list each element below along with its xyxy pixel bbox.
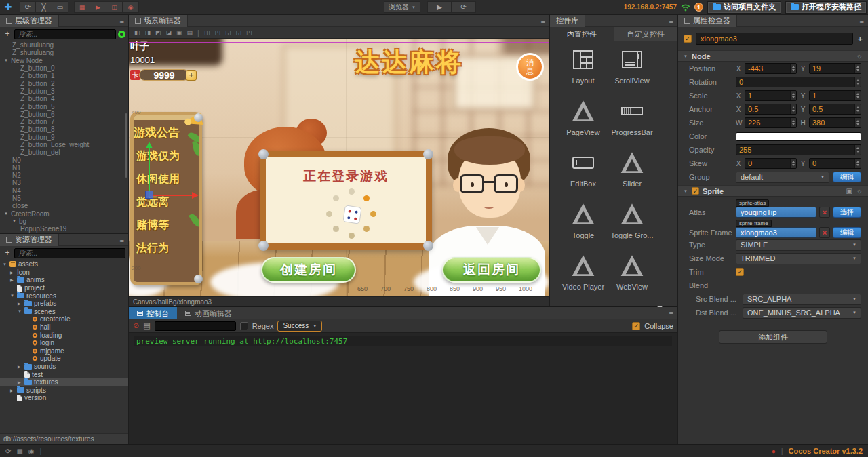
panel-menu-icon[interactable]: ≡ [541, 17, 545, 25]
scene-canvas[interactable]: 叶子 10001 卡 9999 + 达达麻将 消息 游戏公 [129, 39, 549, 296]
hierarchy-item[interactable]: N0 [0, 156, 128, 163]
widget-item[interactable]: Toggle Gro... [606, 200, 658, 252]
hierarchy-item[interactable]: ▼CreateRoom [0, 210, 128, 218]
asset-item[interactable]: test [0, 370, 128, 378]
node-name-input[interactable]: xiongmao3 [696, 33, 853, 45]
create-node-button[interactable]: + [3, 29, 12, 39]
spinner-icon[interactable] [790, 159, 796, 168]
open-install-path-button[interactable]: 打开程序安装路径 [785, 1, 867, 14]
opacity-input[interactable]: 255 [736, 144, 861, 155]
expand-arrow-icon[interactable]: ▼ [18, 309, 22, 313]
spinner-icon[interactable] [854, 77, 861, 87]
collapse-checkbox[interactable]: ✓ [632, 322, 640, 330]
expand-arrow-icon[interactable]: ▶ [10, 388, 15, 393]
clear-sprite-frame-button[interactable]: × [819, 227, 830, 238]
hierarchy-item[interactable]: close [0, 202, 128, 210]
dst-blend-dropdown[interactable]: ONE_MINUS_SRC_ALPHA▼ [743, 307, 861, 319]
hierarchy-item[interactable]: ▼bg [0, 218, 128, 225]
rect-tool-button[interactable]: ▭ [52, 1, 68, 13]
expand-arrow-icon[interactable]: ▼ [3, 262, 7, 266]
spinner-icon[interactable] [790, 64, 796, 73]
align-tool-icon-5[interactable]: ▤ [187, 29, 193, 36]
scale-y-input[interactable]: 1 [809, 90, 861, 101]
open-project-folder-button[interactable]: 访问项目文件夹 [707, 1, 781, 14]
hierarchy-item[interactable]: Z_button_1 [0, 72, 128, 79]
sprite-frame-field[interactable]: xiongmao3 [736, 227, 816, 238]
move-tool-icon[interactable]: ✚ [2, 2, 14, 12]
expand-arrow-icon[interactable]: ▶ [18, 364, 22, 369]
spinner-icon[interactable] [854, 91, 861, 100]
size-w-input[interactable]: 226 [745, 117, 797, 128]
hierarchy-item[interactable]: N3 [0, 179, 128, 186]
create-asset-button[interactable]: + [3, 248, 12, 258]
skew-x-input[interactable]: 0 [745, 158, 797, 169]
expand-arrow-icon[interactable]: ▼ [4, 212, 9, 216]
spinner-icon[interactable] [790, 118, 796, 127]
widget-item[interactable]: ProgressBar [606, 97, 658, 148]
widget-library-tab[interactable]: 控件库 [550, 15, 585, 27]
asset-item[interactable]: ▼scenes [0, 308, 128, 316]
widget-item[interactable]: WebView [606, 252, 658, 303]
select-atlas-button[interactable]: 选择 [833, 207, 861, 218]
refresh-icon[interactable]: ⟳ [5, 448, 11, 455]
align-tool-icon-10[interactable]: ◲ [236, 29, 242, 36]
spinner-icon[interactable] [854, 118, 861, 127]
type-dropdown[interactable]: SIMPLE▼ [736, 239, 861, 251]
hierarchy-item[interactable]: Z_button_8 [0, 125, 128, 133]
hierarchy-item[interactable]: N5 [0, 195, 128, 202]
error-indicator-icon[interactable]: ● [772, 448, 776, 455]
align-tool-icon-4[interactable]: ▣ [176, 29, 182, 36]
color-swatch[interactable] [736, 132, 861, 141]
hierarchy-item[interactable]: Z_button_0 [0, 64, 128, 72]
scale-tool-button[interactable]: ╳ [36, 1, 52, 13]
gizmo-origin-handle[interactable] [145, 191, 153, 199]
spinner-icon[interactable] [854, 159, 861, 168]
anchor-y-input[interactable]: 0.5 [809, 104, 861, 115]
console-filter-input[interactable] [155, 321, 236, 331]
align-tool-icon-1[interactable]: ◨ [145, 29, 151, 36]
align-tool-icon-11[interactable]: ◳ [246, 29, 252, 36]
log-level-dropdown[interactable]: Success ▼ [277, 321, 322, 332]
hierarchy-item[interactable]: Z_button_2 [0, 79, 128, 87]
hierarchy-search-input[interactable] [14, 29, 116, 39]
size-h-input[interactable]: 380 [809, 117, 861, 128]
add-icon[interactable]: + [857, 34, 863, 44]
hierarchy-item[interactable]: Z_shuruluang [0, 49, 128, 56]
node-section-header[interactable]: ▼ Node ☼ [678, 50, 868, 62]
plugin-button-1[interactable]: ▦ [74, 1, 90, 13]
align-tool-icon-0[interactable]: ◧ [134, 29, 140, 36]
rotate-tool-button[interactable]: ⟳ [20, 1, 36, 13]
panel-menu-icon[interactable]: ≡ [860, 17, 864, 25]
hierarchy-item[interactable]: N2 [0, 172, 128, 179]
widget-item[interactable]: PageView [561, 97, 606, 148]
panel-menu-icon[interactable]: ≡ [669, 309, 673, 317]
widget-item[interactable]: Layout [561, 45, 606, 97]
expand-arrow-icon[interactable]: ▼ [12, 219, 17, 223]
asset-item[interactable]: project [0, 284, 128, 292]
asset-item[interactable]: login [0, 339, 128, 347]
panel-menu-icon[interactable]: ≡ [120, 236, 124, 244]
expand-arrow-icon[interactable]: ▼ [10, 294, 15, 298]
asset-item[interactable]: ▶sounds [0, 363, 128, 371]
align-tool-icon-9[interactable]: ◱ [225, 29, 231, 36]
anchor-x-input[interactable]: 0.5 [745, 104, 797, 115]
gear-icon[interactable]: ☼ [856, 52, 863, 60]
regex-checkbox[interactable] [240, 322, 248, 330]
spinner-icon[interactable] [854, 104, 861, 114]
assets-tab[interactable]: 资源管理器 [0, 234, 59, 246]
panel-menu-icon[interactable]: ≡ [120, 17, 124, 25]
tab-builtin-widgets[interactable]: 内置控件 [550, 27, 614, 41]
scale-x-input[interactable]: 1 [745, 90, 797, 101]
eye-icon[interactable]: ◉ [28, 448, 35, 455]
group-dropdown[interactable]: default▼ [736, 172, 829, 183]
expand-arrow-icon[interactable]: ▼ [4, 58, 9, 62]
add-component-button[interactable]: 添加组件 [719, 330, 827, 344]
refresh-button[interactable]: ⟳ [452, 1, 476, 13]
hierarchy-item[interactable]: Z_button_6 [0, 111, 128, 118]
align-tool-icon-8[interactable]: ◰ [214, 29, 220, 36]
hierarchy-item[interactable]: Z_button_9 [0, 134, 128, 141]
align-tool-icon-7[interactable]: ◫ [204, 29, 210, 36]
plugin-button-2[interactable]: ▶ [90, 1, 106, 13]
gizmo-y-axis-icon[interactable] [146, 142, 153, 148]
hierarchy-item[interactable]: N4 [0, 187, 128, 195]
